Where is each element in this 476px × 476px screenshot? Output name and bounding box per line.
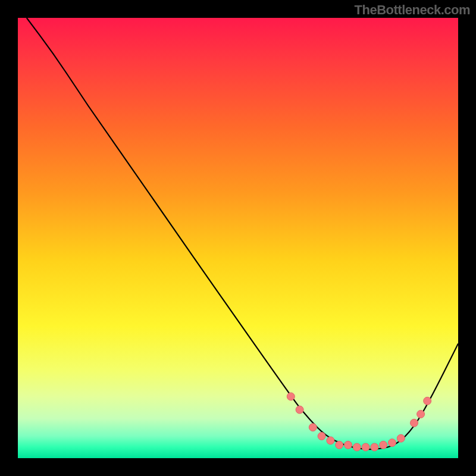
data-point xyxy=(296,406,303,414)
data-point xyxy=(380,441,387,449)
data-point xyxy=(424,397,431,405)
data-point xyxy=(345,441,352,449)
data-point xyxy=(389,439,396,447)
data-point xyxy=(371,443,378,451)
data-points xyxy=(287,393,431,451)
plot-area xyxy=(18,18,458,458)
data-point xyxy=(353,443,361,451)
data-point xyxy=(397,434,405,442)
data-point xyxy=(287,393,295,400)
chart-frame: TheBottleneck.com xyxy=(0,0,476,476)
data-point xyxy=(309,424,317,431)
data-point xyxy=(417,411,425,418)
data-point xyxy=(362,443,369,451)
data-point xyxy=(327,437,334,444)
data-point xyxy=(318,433,325,440)
watermark-text: TheBottleneck.com xyxy=(355,2,470,18)
data-point xyxy=(411,419,418,427)
bottleneck-curve xyxy=(27,18,458,449)
curve-layer xyxy=(18,18,458,458)
data-point xyxy=(336,441,343,449)
